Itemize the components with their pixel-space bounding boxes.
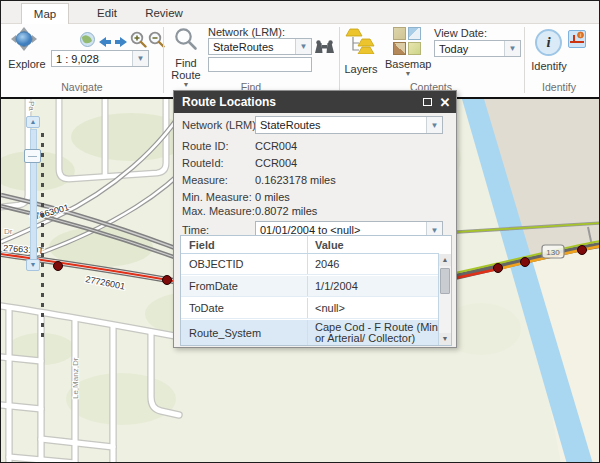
view-date-combo[interactable]: Today ▼ [434,40,521,57]
map-scale-value: 1 : 9,028 [52,53,132,65]
dialog-network-label: Network (LRM): [182,119,259,131]
slider-tick-marks [41,133,44,341]
table-row[interactable]: Route_System Cape Cod - F Route (Minor A… [181,320,439,345]
table-cell-field: ToDate [181,298,308,318]
chevron-down-icon[interactable]: ▼ [426,117,442,133]
magnifier-icon [174,27,198,51]
slider-handle[interactable] [24,149,41,163]
map-scale-combo[interactable]: 1 : 9,028 ▼ [51,50,149,67]
view-date-label: View Date: [434,27,487,39]
route-search-input[interactable] [208,57,312,72]
table-cell-field: FromDate [181,276,308,296]
network-lrm-combo[interactable]: StateRoutes ▼ [208,38,312,55]
tab-edit[interactable]: Edit [85,3,129,24]
ribbon-tab-bar: Map Edit Review [1,1,599,24]
table-cell-value: <null> [308,298,439,318]
slider-up-button[interactable]: ▲ [26,116,40,128]
table-row[interactable]: OBJECTID 2046 [181,254,439,275]
scroll-down-arrow-icon[interactable]: ▼ [439,333,451,345]
table-header-value[interactable]: Value [308,236,439,253]
dialog-network-combo[interactable]: StateRoutes ▼ [255,116,443,134]
layers-icon [345,28,375,54]
layers-label: Layers [341,63,381,75]
max-measure-label: Max. Measure: [182,205,255,217]
routeid-label: RouteId: [182,157,224,169]
find-route-button[interactable]: Find Route ▼ [167,27,205,89]
scroll-up-arrow-icon[interactable]: ▲ [439,254,451,266]
route-locations-dialog: Route Locations ✕ Network (LRM): StateRo… [173,90,457,348]
basemap-label: Basemap [385,58,431,70]
group-separator [163,27,164,93]
route-id-label: 27726001 [85,274,126,291]
measure-label: Measure: [182,174,228,186]
chevron-down-icon[interactable]: ▼ [504,41,520,56]
route-id-value: CCR004 [255,140,297,152]
group-label-navigate: Navigate [32,81,132,93]
dialog-network-value: StateRoutes [256,119,426,131]
street-name-label: Le Manz Dr [71,357,80,399]
table-cell-value: 1/1/2004 [308,276,439,296]
slider-down-button[interactable]: ▼ [26,259,40,271]
route-location-tool-icon: i [569,31,585,47]
table-scrollbar[interactable]: ▲ ▼ [438,254,451,345]
basemap-icon [393,27,422,56]
svg-text:i: i [580,32,581,38]
close-icon[interactable]: ✕ [436,93,454,111]
max-measure-value: 0.8072 miles [255,205,317,217]
table-cell-field: Route_System [181,320,308,345]
chevron-down-icon: ▼ [385,70,431,77]
group-separator [339,27,340,93]
chevron-down-icon: ▼ [167,81,205,88]
chevron-down-icon[interactable]: ▼ [295,39,311,54]
dialog-title: Route Locations [174,95,418,109]
network-lrm-label: Network (LRM): [208,26,285,38]
table-cell-value: 2046 [308,254,439,274]
table-cell-value: Cape Cod - F Route (Minor Arterial/ Coll… [308,320,439,345]
min-measure-value: 0 miles [255,191,290,203]
table-cell-field: OBJECTID [181,254,308,274]
maximize-icon[interactable] [418,93,436,111]
tab-review[interactable]: Review [137,3,191,24]
routeid-value: CCR004 [255,157,297,169]
identify-button-label: Identify [527,60,571,72]
identify-route-locations-tool-button[interactable]: i [568,30,586,48]
layers-button[interactable]: Layers [341,28,381,78]
binoculars-icon[interactable] [315,40,334,58]
table-row[interactable]: FromDate 1/1/2004 [181,276,439,297]
view-date-value: Today [435,43,504,55]
street-name-label: Dr [4,227,13,236]
zoom-in-icon[interactable] [130,31,147,52]
tab-map[interactable]: Map [21,3,69,24]
info-icon: i [546,34,550,51]
find-route-label-line2: Route [167,69,205,81]
ribbon: Explore 1 [1,24,599,97]
chevron-down-icon[interactable]: ▼ [132,51,148,66]
application-window: Map Edit Review Explore [0,0,600,463]
min-measure-label: Min. Measure: [182,191,252,203]
street-name-label: Pa [27,101,36,111]
route-shield-number: 130 [546,248,560,257]
table-header-row: Field Value [181,236,439,254]
scrollbar-thumb[interactable] [440,268,450,294]
identify-button[interactable]: i [535,29,562,56]
compass-explore-icon [11,27,37,52]
table-row[interactable]: ToDate <null> [181,298,439,319]
basemap-button[interactable]: Basemap ▼ [385,27,431,87]
measure-value: 0.1623178 miles [255,174,336,186]
group-label-identify: Identify [511,81,600,93]
find-route-label-line1: Find [167,57,205,69]
route-id-label: Route ID: [182,140,228,152]
full-extent-globe-icon[interactable] [80,32,95,51]
explore-button[interactable] [11,27,43,55]
table-header-field[interactable]: Field [181,236,308,253]
network-lrm-value: StateRoutes [209,41,295,53]
explore-button-label: Explore [3,58,51,70]
attributes-table: Field Value OBJECTID 2046 FromDate 1/1/2… [180,235,452,346]
dialog-titlebar[interactable]: Route Locations ✕ [174,91,456,113]
